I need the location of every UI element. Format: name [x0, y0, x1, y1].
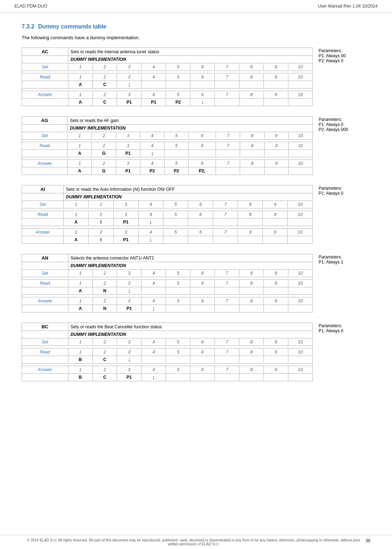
row-label: Answer	[22, 297, 68, 305]
table-cell: 6	[188, 211, 213, 219]
table-cell: 9	[264, 132, 288, 140]
table-cell	[288, 374, 312, 381]
table-cell: A	[68, 150, 92, 157]
table-cell: 2	[93, 366, 117, 374]
row-label: Set	[22, 270, 68, 277]
table-cell: 6	[190, 366, 215, 374]
cmd-params-ag: Parameters:P1: Always 0P2: Always 000	[313, 116, 370, 175]
table-cell	[163, 236, 188, 244]
table-cell: 1	[64, 211, 89, 219]
table-cell	[264, 356, 288, 364]
table-cell: 4	[141, 366, 166, 374]
table-cell: 9	[263, 211, 288, 219]
table-cell: B	[68, 374, 93, 381]
table-cell: 9	[263, 201, 288, 208]
table-cell	[190, 287, 215, 295]
table-cell: 6	[188, 201, 213, 208]
table-cell: 7	[215, 348, 239, 356]
table-cell: 4	[140, 142, 164, 150]
spacer	[22, 71, 313, 73]
table-cell: 6	[190, 73, 215, 81]
page-footer: © 2014 ELAD S.r.l. All rights reserved. …	[0, 535, 392, 549]
table-cell: 8	[238, 201, 263, 208]
table-cell: 9	[263, 229, 288, 236]
param-text: P1: Always 00	[319, 53, 370, 58]
table-cell: A	[68, 305, 93, 312]
table-cell: 4	[141, 348, 166, 356]
table-cell	[213, 236, 238, 244]
table-cell: 5	[166, 338, 190, 346]
table-cell: 2	[92, 142, 116, 150]
table-cell	[190, 81, 215, 89]
table-cell: 2	[93, 270, 117, 277]
table-cell	[239, 374, 264, 381]
table-cell: 3	[113, 229, 138, 236]
dummy-empty	[22, 331, 68, 338]
cmd-table-wrap-an: ANSelects the antenna connector ANT1/ AN…	[22, 254, 313, 312]
table-cell	[188, 219, 213, 226]
row-label: Set	[22, 338, 68, 346]
section-title-text: Dummy commands table	[38, 23, 106, 30]
table-cell: 10	[288, 201, 313, 208]
table-cell: 5	[166, 73, 190, 81]
table-cell: P1	[141, 99, 166, 106]
table-cell: 1	[68, 73, 93, 81]
table-cell: 7	[213, 201, 238, 208]
table-cell: 2	[89, 201, 113, 208]
table-cell: P1	[113, 219, 138, 226]
table-cell: 3	[117, 338, 141, 346]
table-cell: 10	[288, 211, 313, 219]
table-cell	[263, 219, 288, 226]
table-cell: 1	[68, 63, 93, 71]
table-cell: 4	[141, 91, 166, 99]
table-cell: 4	[141, 280, 166, 287]
table-cell: P1	[117, 305, 141, 312]
table-cell: 3	[117, 73, 141, 81]
spacer	[22, 277, 313, 280]
row-label: Set	[22, 63, 68, 71]
table-cell: 2	[93, 297, 117, 305]
table-cell: 4	[141, 63, 166, 71]
table-cell: 6	[190, 270, 215, 277]
footer-copyright: © 2014 ELAD S.r.l. All rights reserved. …	[22, 538, 366, 546]
row-label: Answer	[22, 160, 68, 167]
table-cell	[239, 356, 264, 364]
table-cell: 10	[288, 142, 312, 150]
table-cell: 2	[93, 348, 117, 356]
row-label: Answer	[22, 91, 68, 99]
table-cell: 10	[288, 73, 312, 81]
table-cell: 10	[288, 229, 313, 236]
table-cell	[288, 287, 312, 295]
cmd-dummy-an: DUMMY IMPLEMENTATION	[68, 262, 312, 270]
table-cell	[264, 305, 288, 312]
table-cell: 9	[264, 270, 288, 277]
table-cell	[288, 236, 313, 244]
table-cell	[166, 374, 190, 381]
table-cell: 2	[89, 211, 113, 219]
table-cell: 7	[213, 229, 238, 236]
param-text: P1: Always 1	[319, 260, 370, 265]
table-cell: 6	[189, 142, 216, 150]
table-cell: 3	[113, 201, 138, 208]
table-cell: 4	[141, 297, 166, 305]
table-cell: 1	[68, 91, 93, 99]
table-cell: 1	[68, 280, 93, 287]
table-cell: G	[92, 150, 116, 157]
table-cell: 2	[92, 160, 116, 167]
table-cell	[288, 150, 312, 157]
table-cell	[188, 236, 213, 244]
table-cell: P1	[113, 236, 138, 244]
row-label	[22, 305, 68, 312]
table-cell: 1	[64, 229, 89, 236]
table-cell	[215, 356, 239, 364]
table-cell	[239, 81, 264, 89]
table-cell: ;	[141, 374, 166, 381]
cmd-name-an: AN	[22, 254, 68, 262]
table-cell: 6	[189, 132, 216, 140]
table-cell: 8	[239, 338, 264, 346]
table-cell: 7	[216, 132, 240, 140]
table-cell: 5	[163, 229, 188, 236]
cmd-table-wrap-ag: AGSets or reads the AF gainDUMMY IMPLEME…	[22, 116, 313, 175]
table-cell: 4	[141, 338, 166, 346]
table-cell	[141, 356, 166, 364]
